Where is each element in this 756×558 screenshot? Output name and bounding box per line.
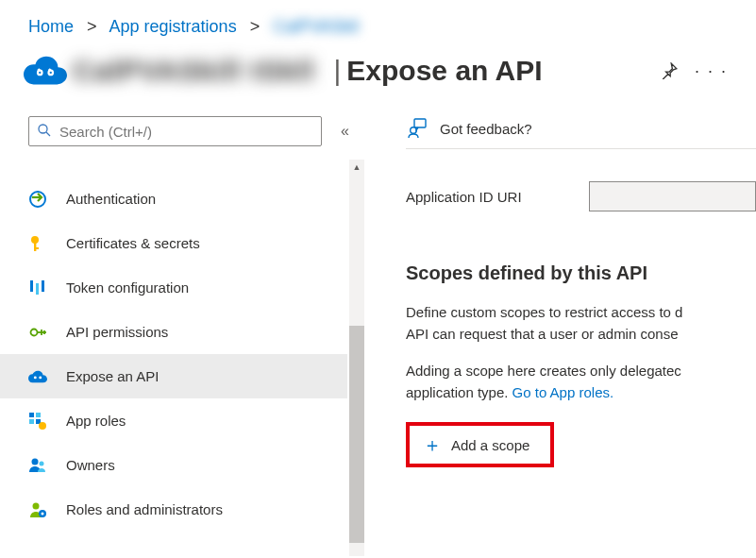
sidebar-item-authentication[interactable]: Authentication [0,177,347,221]
sidebar-item-label: Token configuration [66,279,189,296]
sidebar-item-label: App roles [66,413,126,429]
svg-rect-10 [34,247,39,249]
svg-point-18 [34,376,37,379]
app-cloud-icon [24,54,67,88]
page-title-redacted: CalPVASkill tSkll [73,55,325,87]
breadcrumb-sep: > [245,17,265,36]
svg-point-3 [50,72,52,74]
expose-api-icon [28,367,47,386]
feedback-button[interactable]: Got feedback? [406,116,756,148]
app-roles-icon [28,412,47,431]
svg-rect-21 [36,413,41,417]
scopes-desc-1: Define custom scopes to restrict access … [406,301,756,345]
token-icon [28,279,47,297]
page-title-separator: | [325,55,347,87]
sidebar-item-roles-admins[interactable]: Roles and administrators [0,487,347,532]
svg-point-4 [39,125,47,133]
svg-point-25 [32,458,39,465]
svg-point-19 [39,376,42,379]
search-box[interactable] [28,116,322,146]
svg-point-26 [40,461,44,465]
scopes-heading: Scopes defined by this API [406,262,756,284]
roles-admins-icon [28,500,47,519]
page-title: Expose an API [346,55,542,87]
scrollbar-thumb[interactable] [349,326,364,543]
scopes-desc-2: Adding a scope here creates only delegat… [406,360,756,403]
sidebar-item-api-permissions[interactable]: API permissions [0,310,347,354]
sidebar: « ▲ Authentication Certificates & secret… [0,116,378,556]
sidebar-item-token-config[interactable]: Token configuration [0,265,347,310]
svg-point-2 [39,72,41,74]
breadcrumb-sep: > [82,17,102,36]
pin-icon[interactable] [661,62,678,79]
more-icon[interactable]: · · · [695,61,728,81]
sidebar-item-app-roles[interactable]: App roles [0,398,347,443]
app-id-uri-input[interactable] [589,181,756,211]
sidebar-item-certificates[interactable]: Certificates & secrets [0,221,347,265]
svg-point-29 [42,512,44,515]
breadcrumb-appreg[interactable]: App registrations [109,17,237,36]
breadcrumb-home[interactable]: Home [28,17,74,36]
plus-icon: ＋ [423,435,442,454]
page-title-row: CalPVASkill tSkll | Expose an API · · · [0,42,756,116]
owners-icon [28,456,47,475]
add-scope-label: Add a scope [451,437,529,453]
main-content: Got feedback? Application ID URI Scopes … [378,116,756,556]
sidebar-item-label: Roles and administrators [66,501,223,517]
sidebar-item-label: API permissions [66,324,168,340]
svg-rect-31 [414,119,426,127]
feedback-label: Got feedback? [440,121,532,137]
svg-rect-22 [29,419,34,424]
sidebar-item-expose-api[interactable]: Expose an API [0,354,347,398]
scrollbar-up-icon[interactable]: ▲ [349,160,364,175]
collapse-sidebar-icon[interactable]: « [341,123,349,140]
svg-line-5 [46,132,50,136]
sidebar-item-label: Expose an API [66,368,159,384]
svg-rect-13 [42,280,44,292]
api-permissions-icon [28,323,47,342]
go-to-app-roles-link[interactable]: Go to App roles. [512,384,614,400]
svg-point-14 [31,329,38,335]
app-id-uri-row: Application ID URI [406,181,756,211]
divider [406,148,756,149]
svg-point-24 [39,422,46,430]
svg-point-27 [33,502,40,509]
svg-point-8 [31,236,39,244]
svg-rect-9 [34,243,36,251]
authentication-icon [28,190,47,209]
search-input[interactable] [59,124,313,140]
search-icon [37,123,54,140]
sidebar-item-label: Certificates & secrets [66,235,200,251]
breadcrumb-current[interactable]: CalPVASkll [273,17,359,37]
feedback-icon [406,118,427,139]
svg-rect-11 [30,280,33,292]
add-scope-button[interactable]: ＋ Add a scope [406,422,554,467]
key-icon [28,234,47,253]
breadcrumb: Home > App registrations > CalPVASkll [0,0,756,42]
sidebar-item-label: Owners [66,457,115,473]
svg-rect-12 [36,283,39,295]
sidebar-item-owners[interactable]: Owners [0,443,347,487]
svg-rect-20 [29,413,34,417]
app-id-uri-label: Application ID URI [406,189,589,205]
sidebar-item-label: Authentication [66,191,156,207]
